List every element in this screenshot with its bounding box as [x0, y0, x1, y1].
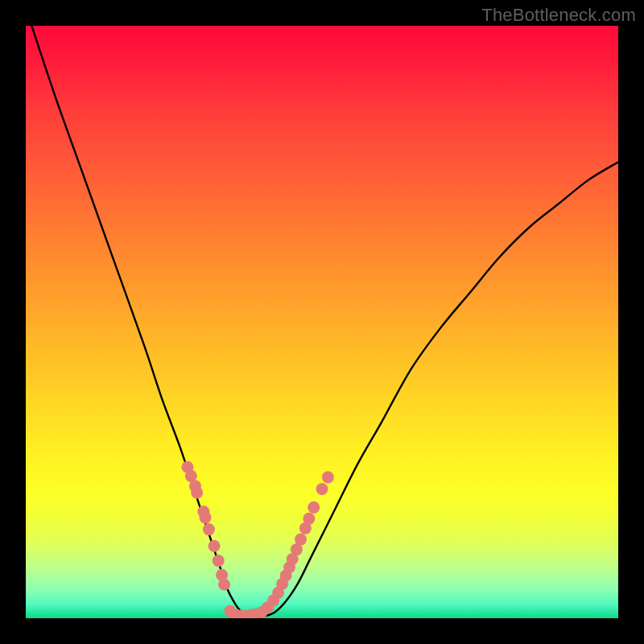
data-dot — [203, 523, 215, 535]
data-dot — [316, 483, 328, 495]
data-dot — [200, 511, 212, 523]
data-dot — [295, 534, 307, 546]
data-dot — [208, 540, 221, 552]
watermark-text: TheBottleneck.com — [481, 5, 636, 26]
data-dot — [213, 555, 225, 567]
data-dots-group — [181, 461, 333, 618]
bottleneck-curve — [31, 26, 618, 617]
data-dot — [322, 471, 334, 483]
data-dot — [308, 502, 320, 514]
bottleneck-curve-svg — [26, 26, 618, 618]
data-dot — [218, 579, 230, 591]
data-dot — [303, 513, 315, 525]
chart-frame: TheBottleneck.com — [0, 0, 644, 644]
plot-area — [26, 26, 618, 618]
data-dot — [191, 486, 203, 498]
